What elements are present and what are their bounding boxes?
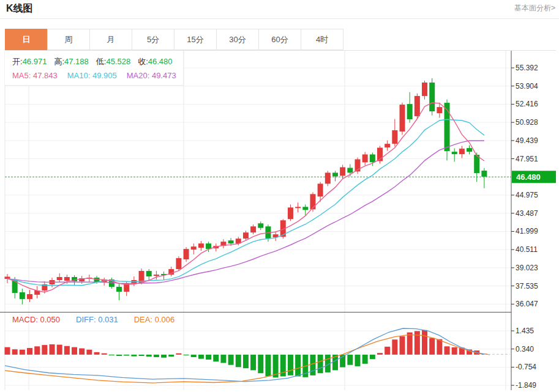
svg-text:-0.754: -0.754 bbox=[516, 363, 536, 371]
tab-4时[interactable]: 4时 bbox=[301, 29, 343, 50]
ma-row: MA5: 47.843MA10: 49.905MA20: 49.473 bbox=[12, 68, 183, 83]
fundamental-analysis-link[interactable]: 基本面分析> bbox=[514, 3, 555, 13]
candlestick-series bbox=[5, 78, 487, 305]
timeframe-tabs: 日周月5分15分30分60分4时 bbox=[5, 29, 556, 51]
low-value: 45.528 bbox=[106, 57, 130, 66]
low-label: 低: bbox=[96, 57, 107, 66]
svg-text:41.999: 41.999 bbox=[516, 227, 538, 235]
svg-text:40.511: 40.511 bbox=[516, 245, 538, 254]
svg-text:36.047: 36.047 bbox=[516, 300, 538, 308]
svg-text:55.392: 55.392 bbox=[516, 64, 538, 72]
diff-readout: DIFF: 0.031 bbox=[76, 315, 118, 324]
tab-60分[interactable]: 60分 bbox=[258, 29, 301, 50]
macd-lines bbox=[5, 328, 510, 383]
open-label: 开: bbox=[12, 57, 23, 66]
kline-widget: 55.39253.90452.41650.92849.43947.95144.9… bbox=[0, 0, 559, 392]
svg-text:1.435: 1.435 bbox=[516, 327, 534, 335]
svg-text:43.487: 43.487 bbox=[516, 209, 538, 218]
tab-周[interactable]: 周 bbox=[47, 29, 90, 50]
price-axis: 55.39253.90452.41650.92849.43947.95144.9… bbox=[511, 51, 538, 390]
tab-日[interactable]: 日 bbox=[5, 29, 48, 50]
svg-text:46.480: 46.480 bbox=[516, 172, 541, 182]
svg-text:0.340: 0.340 bbox=[516, 345, 534, 353]
current-price-badge: 46.480 bbox=[512, 171, 556, 183]
ma20-line bbox=[7, 141, 484, 284]
high-value: 47.188 bbox=[64, 57, 89, 66]
page-title: K线图 bbox=[6, 2, 33, 15]
dea-readout: DEA: 0.006 bbox=[134, 315, 175, 324]
macd-histogram bbox=[5, 330, 487, 378]
svg-text:37.535: 37.535 bbox=[516, 282, 538, 290]
ma10-line bbox=[7, 119, 484, 286]
svg-text:-1.849: -1.849 bbox=[516, 381, 536, 390]
ma-lines bbox=[7, 103, 484, 292]
ma5-line bbox=[7, 103, 484, 292]
tab-5分[interactable]: 5分 bbox=[132, 29, 174, 50]
close-label: 收: bbox=[138, 57, 148, 66]
macd-info-row: MACD: 0.050DIFF: 0.031DEA: 0.006 bbox=[12, 315, 174, 325]
svg-text:44.975: 44.975 bbox=[516, 191, 538, 199]
title-bar: K线图 基本面分析> bbox=[0, 0, 559, 19]
grid-lines bbox=[5, 51, 511, 390]
svg-text:39.023: 39.023 bbox=[516, 264, 538, 272]
close-value: 46.480 bbox=[148, 57, 173, 66]
ma10-readout: MA10: 49.905 bbox=[67, 71, 117, 80]
macd-readout: MACD: 0.050 bbox=[12, 315, 60, 324]
svg-text:47.951: 47.951 bbox=[516, 155, 538, 163]
ma5-readout: MA5: 47.843 bbox=[12, 71, 58, 80]
open-value: 46.971 bbox=[23, 57, 47, 66]
svg-text:49.439: 49.439 bbox=[516, 136, 538, 145]
svg-text:52.416: 52.416 bbox=[516, 100, 538, 108]
tab-30分[interactable]: 30分 bbox=[216, 29, 259, 50]
tab-15分[interactable]: 15分 bbox=[174, 29, 217, 50]
high-label: 高: bbox=[54, 57, 64, 66]
ohlc-info-panel: 开:46.971高:47.188低:45.528收:46.480 MA5: 47… bbox=[5, 51, 184, 86]
svg-text:50.928: 50.928 bbox=[516, 118, 538, 127]
ohlc-row: 开:46.971高:47.188低:45.528收:46.480 bbox=[12, 54, 183, 68]
ma20-readout: MA20: 49.473 bbox=[127, 71, 176, 80]
tab-月[interactable]: 月 bbox=[89, 29, 132, 50]
svg-text:53.904: 53.904 bbox=[516, 82, 538, 91]
